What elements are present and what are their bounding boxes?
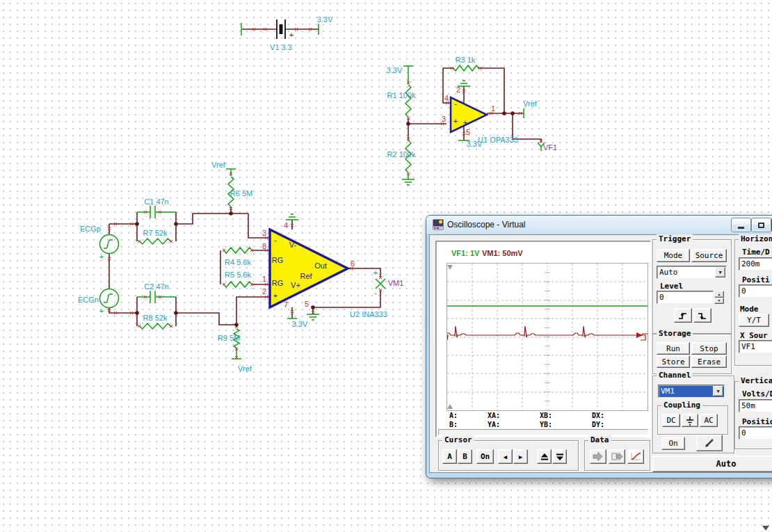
spin-up-icon[interactable]: ▲ [714,291,724,298]
data-export-button[interactable] [609,449,625,464]
cursor-a-button[interactable]: A [442,449,457,464]
coupling-ground-button[interactable] [682,414,698,427]
schematic-label: - [274,236,277,244]
data-import-button[interactable] [590,449,606,464]
channel-color-button[interactable] [696,435,723,451]
schematic-label: R6 5M [230,189,252,198]
schematic-label: 3.3V [387,66,403,74]
oscilloscope-window: Oscilloscope - Virtual VF1: 1V VM1: 50mV… [426,216,772,478]
coupling-group: Coupling DC AC [657,405,728,435]
cursor-b-button[interactable]: B [458,449,472,464]
marker-bottom-left[interactable] [447,404,453,409]
store-button[interactable]: Store [657,355,690,368]
data-graph-button[interactable] [627,449,644,464]
readout-a: A: [449,412,458,419]
schematic-label: 1 [491,104,495,113]
wire-junction [174,311,178,315]
cursor-left-button[interactable]: ◀ [498,449,513,464]
cursor-on-button[interactable]: On [476,449,494,464]
canvas-scroll-hint[interactable] [762,526,769,531]
cursor-right-button[interactable]: ▶ [513,449,528,464]
ecgn-source[interactable] [100,289,119,308]
display-scrollbar[interactable] [438,429,648,435]
x-source-label: X Sour [740,331,768,340]
storage-group-label: Storage [657,329,693,338]
cursor-down-button[interactable] [552,449,567,464]
maximize-icon [758,223,764,228]
coupling-dc-button[interactable]: DC [662,414,680,427]
schematic-canvas[interactable]: 3.3VV1 3.33.3VR1 100kR2 100kR3 1kVrefU1 … [0,0,772,532]
trigger-group: Trigger Mode Source Auto ▼ Level 0 ▲ ▼ [652,239,732,334]
trigger-level-spinner[interactable]: ▲ ▼ [714,291,724,304]
trigger-source-button[interactable]: Source [691,249,727,262]
channel-select[interactable]: VM1 ▼ [658,385,725,398]
schematic-label: VF1 [543,143,557,152]
coupling-ac-button[interactable]: AC [700,414,718,427]
oscilloscope-icon [433,219,444,230]
resistor[interactable] [224,282,252,287]
yt-mode-button[interactable]: Y/T [739,314,769,327]
opamp-u2-ina333[interactable] [270,229,348,307]
ecgp-source[interactable] [100,235,119,254]
cursor-up-button[interactable] [537,449,552,464]
falling-edge-icon [697,311,708,321]
resistor[interactable] [140,323,170,329]
channel-group: Channel VM1 ▼ Coupling DC AC On [652,376,734,453]
schematic-label: ECGp [80,225,101,233]
status-auto-bar: Auto [652,456,772,472]
trigger-mode-button[interactable]: Mode [657,249,690,262]
channel-on-button[interactable]: On [661,437,685,450]
schematic-label: 4 [444,94,449,102]
storage-group: Storage Run Stop Store Erase [652,334,732,374]
schematic-label: 2 [262,287,266,296]
marker-top-left[interactable] [447,265,453,270]
pen-icon [703,437,716,449]
trigger-level-label: Level [660,282,683,291]
resistor[interactable] [140,239,170,244]
schematic-label: Vref [211,161,225,169]
schematic-label: V+ [291,281,300,289]
run-button[interactable]: Run [657,342,690,355]
schematic-label: 1 [262,275,266,283]
schematic-label: 3 [262,229,266,237]
minimize-button[interactable] [731,218,751,232]
trigger-level-input[interactable]: 0 [657,291,714,304]
schematic-label: + [99,252,104,261]
maximize-button[interactable] [751,218,771,232]
horizontal-group-label: Horizon [739,234,772,243]
x-source-select[interactable]: VF1 [739,340,772,353]
horizontal-group: Horizon Time/D 200m ▼ Positi 0 Mode Y/T … [734,239,772,366]
export-icon [611,451,623,462]
schematic-label: R7 52k [143,229,168,237]
schematic-label: Vref [523,99,537,108]
trigger-falling-edge-button[interactable] [693,308,711,323]
ground-icon [684,416,695,426]
schematic-label: C2 47n [144,282,168,291]
trigger-mode-select[interactable]: Auto ▼ [657,266,727,279]
schematic-label: + [453,117,458,125]
scope-plot[interactable] [447,263,648,411]
schematic-label: 3 [442,115,446,123]
stop-button[interactable]: Stop [691,342,727,355]
resistor[interactable] [224,248,252,253]
chevron-down-icon[interactable]: ▼ [713,386,723,396]
resistor[interactable] [453,65,479,71]
schematic-label: Ref [300,272,312,280]
schematic-label: 7 [284,300,288,309]
scope-display: VF1: 1V VM1: 50mV A: XA: XB: DX: B: YA: … [435,241,651,437]
readout-ya: YA: [488,421,500,428]
chevron-down-icon[interactable]: ▼ [715,267,725,277]
channel-group-label: Channel [657,371,693,380]
vertical-position-input[interactable]: 0 [739,426,772,440]
titlebar[interactable]: Oscilloscope - Virtual [426,216,772,234]
spin-down-icon[interactable]: ▼ [714,298,724,305]
trigger-rising-edge-button[interactable] [674,308,692,323]
resistor[interactable] [405,85,411,117]
volts-div-select[interactable]: 50m ▼ [739,399,772,412]
horizontal-position-label: Positi [742,275,770,284]
time-div-select[interactable]: 200m ▼ [739,257,772,271]
erase-button[interactable]: Erase [691,355,727,368]
schematic-label: RG [272,256,284,264]
time-div-label: Time/D [742,248,770,257]
horizontal-position-input[interactable]: 0 [739,284,772,298]
